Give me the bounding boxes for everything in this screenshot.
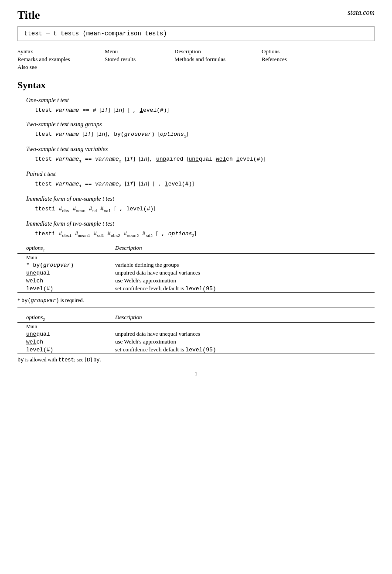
nav-links: Syntax Menu Description Options Remarks … — [17, 48, 375, 71]
subsection-one-sample: One-sample t test — [26, 97, 375, 104]
subsection-paired: Paired t test — [26, 171, 375, 178]
syntax-two-sample-groups: ttest varname [if] [in], by(groupvar) [o… — [35, 130, 375, 140]
nav-methods[interactable]: Methods and formulas — [174, 56, 262, 63]
nav-references[interactable]: References — [262, 56, 331, 63]
options-table-1-row-welch: welch use Welch's approximation — [17, 277, 375, 285]
options-table-1-row-unequal: unequal unpaired data have unequal varia… — [17, 269, 375, 277]
subsection-two-sample-groups: Two-sample t test using groups — [26, 121, 375, 128]
options-table-1-main-label-row: Main — [17, 253, 375, 261]
syntax-immediate-one: ttesti #obs #mean #sd #val [ , level(#)] — [35, 204, 375, 214]
footer-note: by is allowed with ttest; see [D] by. — [17, 357, 375, 363]
options-table-1-row-by: * by(groupvar) variable defining the gro… — [17, 261, 375, 269]
options-table-2-row-welch: welch use Welch's approximation — [17, 338, 375, 346]
syntax-paired: ttest varname1 == varname2 [if] [in] [ ,… — [35, 179, 375, 189]
options-table-2: options2 Description Main unequal unpair… — [17, 313, 375, 354]
nav-syntax[interactable]: Syntax — [17, 48, 105, 55]
nav-stored[interactable]: Stored results — [105, 56, 174, 63]
subsection-immediate-two: Immediate form of two-sample t test — [26, 220, 375, 227]
options-table-1-row-level: level(#) set confidence level; default i… — [17, 285, 375, 293]
options-table-2-header: options2 Description — [17, 313, 375, 323]
options-table-2-row-unequal: unequal unpaired data have unequal varia… — [17, 330, 375, 338]
options-table-2-row-level: level(#) set confidence level; default i… — [17, 346, 375, 354]
page-title: Title — [17, 9, 40, 22]
nav-remarks[interactable]: Remarks and examples — [17, 56, 105, 63]
stata-logo: stata.com — [348, 9, 375, 17]
options-table-1: options1 Description Main * by(groupvar)… — [17, 244, 375, 293]
title-box: ttest — t tests (mean-comparison tests) — [17, 26, 375, 41]
syntax-two-sample-vars: ttest varname1 == varname2 [if] [in], un… — [35, 155, 375, 165]
title-box-text: ttest — t tests (mean-comparison tests) — [24, 30, 167, 37]
nav-options[interactable]: Options — [262, 48, 331, 55]
syntax-heading: Syntax — [17, 79, 375, 91]
subsection-immediate-one: Immediate form of one-sample t test — [26, 196, 375, 203]
syntax-immediate-two: ttesti #obs1 #mean1 #sd1 #obs2 #mean2 #s… — [35, 229, 375, 239]
options-table-2-main-label-row: Main — [17, 323, 375, 330]
nav-menu[interactable]: Menu — [105, 48, 174, 55]
options-table-1-header: options1 Description — [17, 244, 375, 253]
page-number: 1 — [17, 370, 375, 377]
subsection-two-sample-vars: Two-sample t test using variables — [26, 146, 375, 153]
syntax-one-sample: ttest varname == # [if] [in] [ , level(#… — [35, 106, 375, 115]
nav-description[interactable]: Description — [174, 48, 262, 55]
page-header: Title stata.com — [17, 9, 375, 22]
nav-also-see[interactable]: Also see — [17, 64, 105, 71]
footnote-1: * by(groupvar) is required. — [17, 296, 375, 308]
